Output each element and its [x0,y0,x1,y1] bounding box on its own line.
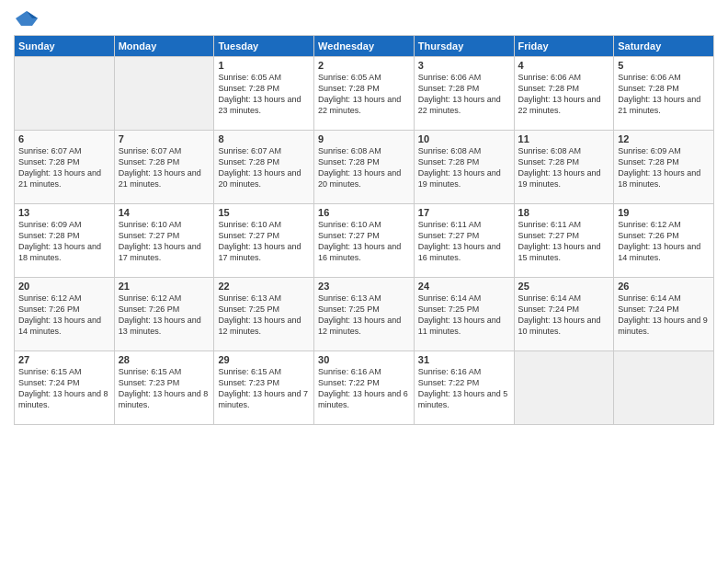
cell-info: Sunrise: 6:10 AMSunset: 7:27 PMDaylight:… [119,219,210,264]
day-number: 31 [418,354,510,365]
cell-info: Sunrise: 6:14 AMSunset: 7:25 PMDaylight:… [418,293,510,338]
day-number: 2 [318,60,410,71]
day-number: 10 [418,133,510,144]
cell-info: Sunrise: 6:12 AMSunset: 7:26 PMDaylight:… [618,219,710,264]
day-number: 4 [518,60,610,71]
day-number: 11 [518,133,610,144]
day-number: 7 [119,133,210,144]
cell-info: Sunrise: 6:15 AMSunset: 7:23 PMDaylight:… [218,366,310,411]
calendar-cell: 21Sunrise: 6:12 AMSunset: 7:26 PMDayligh… [114,278,214,351]
calendar-cell: 28Sunrise: 6:15 AMSunset: 7:23 PMDayligh… [114,351,214,425]
weekday-friday: Friday [514,36,614,57]
day-number: 20 [18,281,110,292]
calendar-cell: 31Sunrise: 6:16 AMSunset: 7:22 PMDayligh… [414,351,514,425]
day-number: 28 [119,354,210,365]
calendar-cell: 13Sunrise: 6:09 AMSunset: 7:28 PMDayligh… [15,204,115,278]
calendar-cell: 2Sunrise: 6:05 AMSunset: 7:28 PMDaylight… [314,57,415,131]
weekday-monday: Monday [114,36,214,57]
day-number: 19 [618,207,710,218]
day-number: 26 [618,281,710,292]
weekday-header-row: SundayMondayTuesdayWednesdayThursdayFrid… [15,36,714,57]
week-row-5: 27Sunrise: 6:15 AMSunset: 7:24 PMDayligh… [15,351,714,425]
cell-info: Sunrise: 6:12 AMSunset: 7:26 PMDaylight:… [119,293,210,338]
cell-info: Sunrise: 6:08 AMSunset: 7:28 PMDaylight:… [418,145,510,190]
day-number: 24 [418,281,510,292]
calendar-cell: 14Sunrise: 6:10 AMSunset: 7:27 PMDayligh… [114,204,214,278]
day-number: 23 [318,281,410,292]
weekday-wednesday: Wednesday [314,36,415,57]
cell-info: Sunrise: 6:11 AMSunset: 7:27 PMDaylight:… [418,219,510,264]
day-number: 5 [618,60,710,71]
calendar-cell: 25Sunrise: 6:14 AMSunset: 7:24 PMDayligh… [514,278,614,351]
weekday-tuesday: Tuesday [214,36,314,57]
day-number: 15 [218,207,310,218]
cell-info: Sunrise: 6:08 AMSunset: 7:28 PMDaylight:… [518,145,610,190]
cell-info: Sunrise: 6:05 AMSunset: 7:28 PMDaylight:… [218,72,310,117]
calendar-cell: 12Sunrise: 6:09 AMSunset: 7:28 PMDayligh… [614,131,714,204]
weekday-thursday: Thursday [414,36,514,57]
day-number: 29 [218,354,310,365]
day-number: 22 [218,281,310,292]
cell-info: Sunrise: 6:09 AMSunset: 7:28 PMDaylight:… [618,145,710,190]
day-number: 13 [18,207,110,218]
day-number: 14 [119,207,210,218]
calendar-cell: 26Sunrise: 6:14 AMSunset: 7:24 PMDayligh… [614,278,714,351]
day-number: 16 [318,207,410,218]
weekday-saturday: Saturday [614,36,714,57]
day-number: 8 [218,133,310,144]
calendar-cell: 8Sunrise: 6:07 AMSunset: 7:28 PMDaylight… [214,131,314,204]
cell-info: Sunrise: 6:16 AMSunset: 7:22 PMDaylight:… [418,366,510,411]
day-number: 17 [418,207,510,218]
cell-info: Sunrise: 6:10 AMSunset: 7:27 PMDaylight:… [218,219,310,264]
calendar-cell: 5Sunrise: 6:06 AMSunset: 7:28 PMDaylight… [614,57,714,131]
calendar-cell [514,351,614,425]
week-row-4: 20Sunrise: 6:12 AMSunset: 7:26 PMDayligh… [15,278,714,351]
calendar-cell: 24Sunrise: 6:14 AMSunset: 7:25 PMDayligh… [414,278,514,351]
calendar-cell: 9Sunrise: 6:08 AMSunset: 7:28 PMDaylight… [314,131,415,204]
week-row-2: 6Sunrise: 6:07 AMSunset: 7:28 PMDaylight… [15,131,714,204]
calendar-cell: 23Sunrise: 6:13 AMSunset: 7:25 PMDayligh… [314,278,415,351]
calendar-cell: 10Sunrise: 6:08 AMSunset: 7:28 PMDayligh… [414,131,514,204]
cell-info: Sunrise: 6:11 AMSunset: 7:27 PMDaylight:… [518,219,610,264]
calendar-cell: 7Sunrise: 6:07 AMSunset: 7:28 PMDaylight… [114,131,214,204]
cell-info: Sunrise: 6:06 AMSunset: 7:28 PMDaylight:… [618,72,710,117]
day-number: 27 [18,354,110,365]
calendar-cell: 30Sunrise: 6:16 AMSunset: 7:22 PMDayligh… [314,351,415,425]
cell-info: Sunrise: 6:14 AMSunset: 7:24 PMDaylight:… [518,293,610,338]
calendar-cell: 29Sunrise: 6:15 AMSunset: 7:23 PMDayligh… [214,351,314,425]
cell-info: Sunrise: 6:07 AMSunset: 7:28 PMDaylight:… [119,145,210,190]
calendar-page: SundayMondayTuesdayWednesdayThursdayFrid… [0,0,728,563]
cell-info: Sunrise: 6:06 AMSunset: 7:28 PMDaylight:… [418,72,510,117]
cell-info: Sunrise: 6:10 AMSunset: 7:27 PMDaylight:… [318,219,410,264]
calendar-cell: 19Sunrise: 6:12 AMSunset: 7:26 PMDayligh… [614,204,714,278]
calendar-cell [614,351,714,425]
day-number: 9 [318,133,410,144]
calendar-cell: 16Sunrise: 6:10 AMSunset: 7:27 PMDayligh… [314,204,415,278]
week-row-1: 1Sunrise: 6:05 AMSunset: 7:28 PMDaylight… [15,57,714,131]
header [14,9,714,28]
calendar-cell [114,57,214,131]
calendar-cell: 18Sunrise: 6:11 AMSunset: 7:27 PMDayligh… [514,204,614,278]
calendar-table: SundayMondayTuesdayWednesdayThursdayFrid… [14,35,714,425]
day-number: 21 [119,281,210,292]
calendar-cell: 20Sunrise: 6:12 AMSunset: 7:26 PMDayligh… [15,278,115,351]
cell-info: Sunrise: 6:13 AMSunset: 7:25 PMDaylight:… [218,293,310,338]
logo-icon [14,9,40,28]
day-number: 6 [18,133,110,144]
day-number: 18 [518,207,610,218]
calendar-cell: 6Sunrise: 6:07 AMSunset: 7:28 PMDaylight… [15,131,115,204]
cell-info: Sunrise: 6:13 AMSunset: 7:25 PMDaylight:… [318,293,410,338]
cell-info: Sunrise: 6:07 AMSunset: 7:28 PMDaylight:… [218,145,310,190]
weekday-sunday: Sunday [15,36,115,57]
calendar-cell: 4Sunrise: 6:06 AMSunset: 7:28 PMDaylight… [514,57,614,131]
week-row-3: 13Sunrise: 6:09 AMSunset: 7:28 PMDayligh… [15,204,714,278]
cell-info: Sunrise: 6:14 AMSunset: 7:24 PMDaylight:… [618,293,710,338]
calendar-cell: 11Sunrise: 6:08 AMSunset: 7:28 PMDayligh… [514,131,614,204]
cell-info: Sunrise: 6:09 AMSunset: 7:28 PMDaylight:… [18,219,110,264]
logo [14,9,43,28]
calendar-cell: 27Sunrise: 6:15 AMSunset: 7:24 PMDayligh… [15,351,115,425]
day-number: 30 [318,354,410,365]
cell-info: Sunrise: 6:12 AMSunset: 7:26 PMDaylight:… [18,293,110,338]
cell-info: Sunrise: 6:06 AMSunset: 7:28 PMDaylight:… [518,72,610,117]
day-number: 12 [618,133,710,144]
